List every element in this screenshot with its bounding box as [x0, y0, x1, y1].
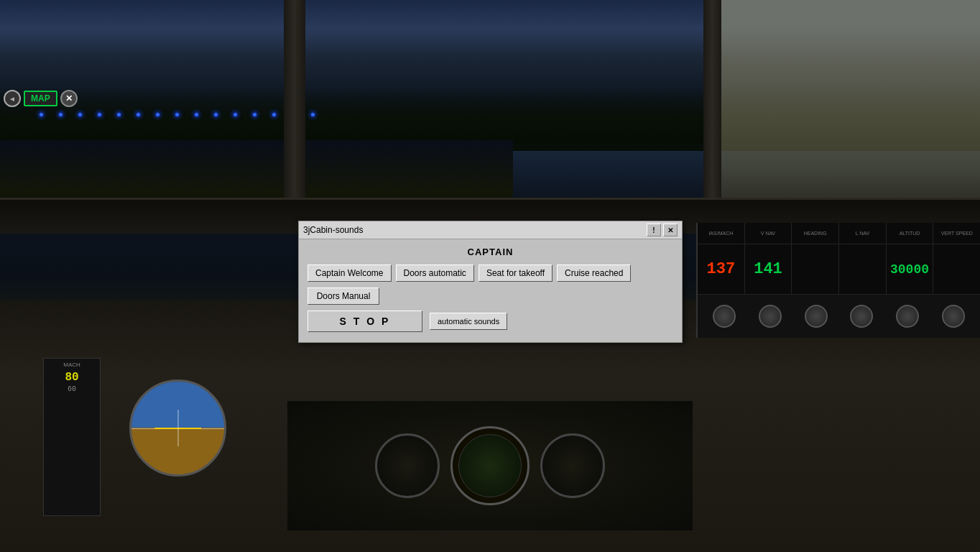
attitude-indicator — [129, 380, 226, 477]
stop-button[interactable]: S T O P — [308, 310, 422, 332]
dialog-body: CAPTAIN Captain Welcome Doors automatic … — [299, 239, 682, 342]
fmc-knob-2 — [759, 305, 782, 328]
airport-light — [59, 113, 63, 116]
instrument-circle-2 — [450, 426, 530, 505]
titlebar-buttons: ! ✕ — [647, 224, 678, 236]
airport-light — [137, 113, 140, 116]
fmc-knob-3 — [805, 305, 828, 328]
altitude-value: 30000 — [887, 244, 934, 294]
airport-light — [195, 113, 198, 116]
instrument-circle-1 — [375, 433, 440, 498]
digital-instrument-panel: IAS/MACH V NAV HEADING L NAV ALTITUD VER… — [696, 223, 980, 338]
captain-welcome-button[interactable]: Captain Welcome — [308, 264, 392, 282]
airport-light — [272, 113, 276, 116]
titlebar-close-button[interactable]: ✕ — [663, 224, 678, 236]
runway-lights-row — [40, 113, 477, 116]
captain-button-row-1: Captain Welcome Doors automatic Seat for… — [308, 264, 673, 282]
airport-light — [253, 113, 256, 116]
heading-value — [792, 244, 839, 294]
captain-section-title: CAPTAIN — [308, 247, 673, 257]
instrument-circle-3 — [540, 433, 605, 498]
window-right-divider — [703, 0, 721, 223]
map-button[interactable]: MAP — [24, 91, 57, 106]
window-center-divider — [284, 0, 305, 223]
stop-row: S T O P automatic sounds — [308, 310, 673, 332]
airport-light — [214, 113, 218, 116]
fmc-knob-1 — [713, 305, 736, 328]
vert-speed-value — [933, 244, 980, 294]
nav-prev-button[interactable]: ◄ — [4, 90, 21, 107]
heading-label: HEADING — [792, 223, 839, 244]
v-nav-label: V NAV — [745, 223, 792, 244]
fmc-knob-4 — [850, 305, 873, 328]
seat-for-takeoff-button[interactable]: Seat for takeoff — [479, 264, 553, 282]
dialog-title: 3jCabin-sounds — [303, 225, 363, 235]
l-nav-label: L NAV — [839, 223, 887, 244]
ias-value: 137 — [698, 244, 745, 294]
airport-light — [156, 113, 160, 116]
cruise-reached-button[interactable]: Cruise reached — [557, 264, 631, 282]
dialog-titlebar: 3jCabin-sounds ! ✕ — [299, 221, 682, 239]
airport-light — [175, 113, 179, 116]
map-close-button[interactable]: ✕ — [60, 90, 78, 107]
airport-light — [98, 113, 101, 116]
cabin-sounds-dialog: 3jCabin-sounds ! ✕ CAPTAIN Captain Welco… — [298, 221, 683, 343]
nav-instrument-cluster — [287, 401, 693, 530]
l-nav-value — [839, 244, 887, 294]
v-nav-value: 141 — [745, 244, 792, 294]
vert-speed-label: VERT SPEED — [933, 223, 980, 244]
map-controls: ◄ MAP ✕ — [4, 90, 78, 107]
ias-mach-label: IAS/MACH — [698, 223, 745, 244]
fmc-knob-6 — [942, 305, 965, 328]
airport-light — [78, 113, 82, 116]
doors-automatic-button[interactable]: Doors automatic — [396, 264, 474, 282]
airport-light — [117, 113, 121, 116]
airport-light — [40, 113, 43, 116]
speed-tape: MACH 80 60 — [43, 358, 101, 516]
titlebar-exclaim-button[interactable]: ! — [647, 224, 661, 236]
captain-button-row-2: Doors Manual — [308, 288, 673, 305]
doors-manual-button[interactable]: Doors Manual — [308, 288, 379, 305]
airport-light — [311, 113, 315, 116]
fmc-knob-5 — [896, 305, 919, 328]
airport-light — [234, 113, 237, 116]
left-instrument-panel — [108, 372, 251, 516]
automatic-sounds-button[interactable]: automatic sounds — [430, 313, 507, 330]
airport-building — [707, 0, 980, 208]
altitude-label: ALTITUD — [887, 223, 934, 244]
